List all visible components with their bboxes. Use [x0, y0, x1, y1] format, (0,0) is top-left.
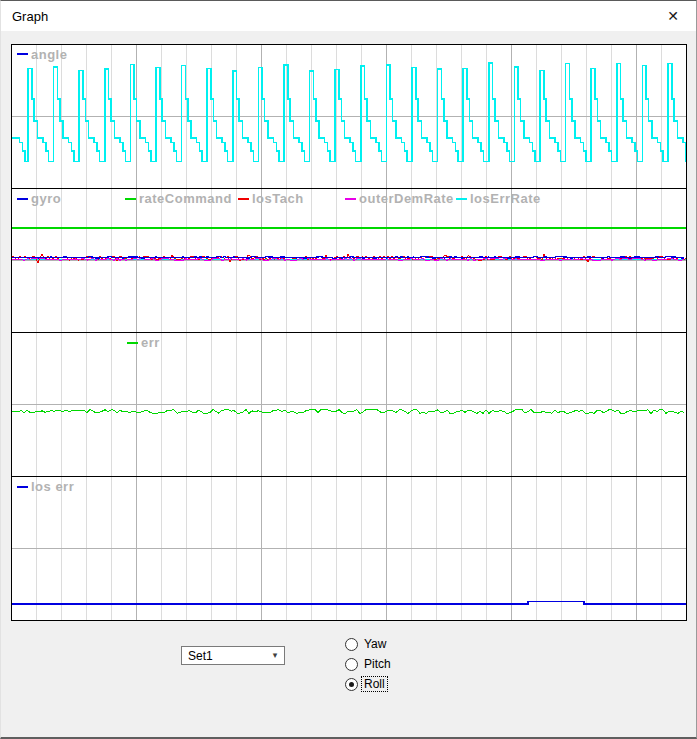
radio-label: Yaw	[361, 636, 389, 652]
titlebar: Graph ✕	[1, 1, 696, 31]
radio-label: Roll	[361, 676, 388, 692]
close-icon: ✕	[667, 8, 679, 24]
window-title: Graph	[1, 9, 48, 24]
chevron-down-icon: ▾	[266, 647, 284, 664]
radio-yaw[interactable]: Yaw	[345, 637, 394, 651]
radio-label: Pitch	[361, 656, 394, 672]
dataset-select-value: Set1	[182, 649, 266, 663]
dataset-select[interactable]: Set1 ▾	[181, 646, 285, 665]
radio-circle-icon	[345, 678, 358, 691]
radio-circle-icon	[345, 658, 358, 671]
radio-roll[interactable]: Roll	[345, 677, 394, 691]
radio-pitch[interactable]: Pitch	[345, 657, 394, 671]
graph-window: Graph ✕ anglegyrorateCommandlosTachouter…	[0, 0, 697, 739]
close-button[interactable]: ✕	[650, 1, 696, 31]
plot-area: anglegyrorateCommandlosTachouterDemRatel…	[11, 44, 687, 621]
plot-canvas	[11, 44, 687, 621]
axis-radio-group: YawPitchRoll	[345, 637, 394, 697]
radio-circle-icon	[345, 638, 358, 651]
